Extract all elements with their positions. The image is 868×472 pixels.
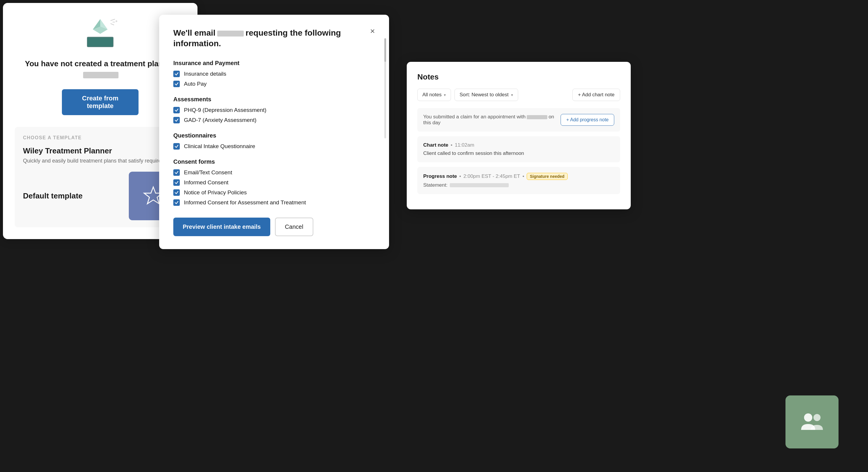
close-button[interactable]: ×: [370, 27, 375, 36]
progress-note-statement: Statement:: [423, 182, 614, 188]
phq9-item[interactable]: PHQ-9 (Depression Assessment): [173, 107, 375, 113]
chart-note-body: Client called to confirm session this af…: [423, 150, 614, 156]
phq9-checkbox[interactable]: [173, 107, 180, 113]
privacy-policy-checkbox[interactable]: [173, 189, 180, 196]
default-template-name: Default template: [23, 191, 83, 201]
progress-note-type: Progress note: [423, 173, 457, 179]
email-text-consent-checkbox[interactable]: [173, 169, 180, 176]
preview-client-intake-button[interactable]: Preview client intake emails: [173, 217, 270, 236]
informed-consent-checkbox[interactable]: [173, 179, 180, 186]
questionnaires-section-title: Questionnaires: [173, 132, 375, 139]
add-progress-note-button[interactable]: + Add progress note: [561, 114, 614, 126]
gad7-item[interactable]: GAD-7 (Anxiety Assessment): [173, 117, 375, 123]
questionnaires-section: Questionnaires Clinical Intake Questionn…: [173, 132, 375, 149]
privacy-policy-item[interactable]: Notice of Privacy Policies: [173, 189, 375, 196]
add-chart-note-label: + Add chart note: [578, 92, 615, 98]
email-modal-title: We'll emailrequesting the following info…: [173, 28, 370, 49]
all-notes-chevron-icon: ▾: [444, 93, 446, 97]
insurance-details-item[interactable]: Insurance details: [173, 71, 375, 77]
email-text-consent-label: Email/Text Consent: [184, 169, 232, 176]
progress-note-header: Progress note • 2:00pm EST - 2:45pm ET •…: [423, 173, 614, 180]
informed-consent-label: Informed Consent: [184, 179, 228, 186]
email-modal-header: We'll emailrequesting the following info…: [173, 28, 375, 49]
svg-line-7: [111, 24, 114, 25]
email-text-consent-item[interactable]: Email/Text Consent: [173, 169, 375, 176]
wiley-template-name: Wiley Treatment Planner: [23, 146, 178, 156]
svg-point-10: [804, 413, 812, 422]
informed-consent-assessment-label: Informed Consent for Assessment and Trea…: [184, 199, 306, 206]
informed-consent-assessment-item[interactable]: Informed Consent for Assessment and Trea…: [173, 199, 375, 206]
progress-note-time: 2:00pm EST - 2:45pm ET: [463, 173, 520, 179]
insurance-details-checkbox[interactable]: [173, 71, 180, 77]
consent-forms-section-title: Consent forms: [173, 159, 375, 165]
add-chart-note-button[interactable]: + Add chart note: [572, 89, 620, 101]
svg-point-8: [116, 20, 117, 22]
svg-point-11: [813, 414, 820, 421]
notes-panel: Notes All notes ▾ Sort: Newest to oldest…: [407, 62, 631, 209]
phq9-label: PHQ-9 (Depression Assessment): [184, 107, 267, 113]
gad7-checkbox[interactable]: [173, 117, 180, 123]
clinical-intake-label: Clinical Intake Questionnaire: [184, 143, 255, 149]
statement-label: Statement:: [423, 182, 447, 188]
auto-pay-checkbox[interactable]: [173, 81, 180, 87]
gad7-label: GAD-7 (Anxiety Assessment): [184, 117, 256, 123]
cancel-button[interactable]: Cancel: [275, 217, 313, 236]
privacy-policy-label: Notice of Privacy Policies: [184, 189, 247, 196]
chart-note-type: Chart note: [423, 142, 448, 148]
default-template-row[interactable]: Default template: [23, 172, 178, 227]
progress-note-item[interactable]: Progress note • 2:00pm EST - 2:45pm ET •…: [417, 167, 620, 194]
claim-text: You submitted a claim for an appointment…: [423, 114, 561, 126]
notes-toolbar: All notes ▾ Sort: Newest to oldest ▾ + A…: [417, 89, 620, 101]
svg-rect-1: [88, 38, 113, 46]
create-from-template-button[interactable]: Create from template: [62, 89, 138, 115]
consent-forms-section: Consent forms Email/Text Consent Informe…: [173, 159, 375, 206]
chart-note-item[interactable]: Chart note • 11:02am Client called to co…: [417, 136, 620, 162]
sort-label: Sort: Newest to oldest: [460, 92, 508, 98]
insurance-section-title: Insurance and Payment: [173, 60, 375, 67]
assessments-section-title: Assessments: [173, 96, 375, 103]
chart-note-time: 11:02am: [455, 142, 474, 148]
auto-pay-item[interactable]: Auto Pay: [173, 81, 375, 87]
avatar-box[interactable]: [785, 396, 839, 448]
svg-line-5: [111, 19, 115, 21]
choose-template-label: CHOOSE A TEMPLATE: [23, 135, 178, 140]
statement-redacted: [450, 183, 509, 187]
email-modal: We'll emailrequesting the following info…: [159, 15, 389, 249]
modal-scrollbar[interactable]: [384, 38, 386, 138]
claim-row: You submitted a claim for an appointment…: [417, 108, 620, 132]
clinical-intake-checkbox[interactable]: [173, 143, 180, 149]
chart-note-header: Chart note • 11:02am: [423, 142, 614, 148]
informed-consent-assessment-checkbox[interactable]: [173, 199, 180, 206]
wiley-template-desc: Quickly and easily build treatment plans…: [23, 157, 178, 165]
clinical-intake-item[interactable]: Clinical Intake Questionnaire: [173, 143, 375, 149]
modal-footer: Preview client intake emails Cancel: [173, 217, 375, 236]
sort-filter-button[interactable]: Sort: Newest to oldest ▾: [455, 89, 518, 101]
all-notes-filter-button[interactable]: All notes ▾: [417, 89, 451, 101]
insurance-section: Insurance and Payment Insurance details …: [173, 60, 375, 87]
auto-pay-label: Auto Pay: [184, 81, 207, 87]
informed-consent-item[interactable]: Informed Consent: [173, 179, 375, 186]
all-notes-label: All notes: [422, 92, 441, 98]
wiley-template-item[interactable]: Wiley Treatment Planner Quickly and easi…: [23, 146, 178, 165]
insurance-details-label: Insurance details: [184, 71, 226, 77]
assessments-section: Assessments PHQ-9 (Depression Assessment…: [173, 96, 375, 123]
notes-panel-title: Notes: [417, 72, 620, 81]
sort-chevron-icon: ▾: [511, 93, 513, 97]
signature-needed-badge: Signature needed: [527, 173, 568, 180]
